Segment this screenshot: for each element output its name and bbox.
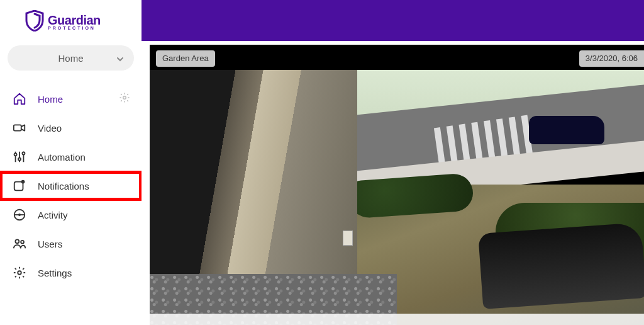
camera-header: Garden Area 3/3/2020, 6:06 (150, 45, 644, 70)
sidebar-item-label: Settings (38, 268, 72, 278)
sidebar-item-users[interactable]: Users (0, 229, 142, 258)
app-root: Guardian PROTECTION Home Home (0, 0, 644, 325)
home-icon (13, 92, 26, 106)
brand-subtitle: PROTECTION (48, 26, 101, 30)
brand-logo: Guardian PROTECTION (0, 6, 142, 45)
svg-point-14 (21, 241, 24, 244)
activity-icon (13, 208, 26, 222)
location-selector-label: Home (58, 53, 83, 64)
sidebar-item-label: Notifications (38, 181, 89, 191)
sidebar-item-home[interactable]: Home (0, 84, 142, 113)
svg-point-5 (14, 153, 17, 156)
notification-icon (13, 179, 26, 193)
sidebar-item-label: Activity (38, 210, 68, 220)
svg-point-6 (18, 158, 21, 161)
sidebar-item-label: Users (38, 239, 62, 249)
sidebar-item-automation[interactable]: Automation (0, 142, 142, 171)
svg-point-13 (15, 239, 19, 243)
shield-icon (25, 10, 44, 34)
sidebar: Guardian PROTECTION Home Home (0, 0, 142, 325)
chevron-down-icon (116, 54, 124, 66)
sliders-icon (13, 150, 26, 164)
camera-timestamp-chip: 3/3/2020, 6:06 (579, 50, 644, 67)
sidebar-item-activity[interactable]: Activity (0, 200, 142, 229)
brand-name: Guardian (48, 14, 101, 26)
sidebar-item-label: Home (38, 94, 63, 105)
svg-point-9 (21, 180, 25, 184)
svg-point-7 (22, 152, 25, 154)
camera-name-chip[interactable]: Garden Area (156, 50, 215, 67)
home-settings-button[interactable] (119, 92, 130, 106)
sidebar-item-label: Automation (38, 152, 86, 162)
top-bar (142, 0, 644, 41)
camera-viewer[interactable]: Garden Area 3/3/2020, 6:06 (150, 45, 644, 325)
main-area: Garden Area 3/3/2020, 6:06 (142, 0, 644, 325)
svg-point-15 (18, 271, 21, 275)
svg-point-0 (123, 96, 126, 100)
svg-rect-1 (14, 125, 21, 130)
location-selector[interactable]: Home (8, 45, 134, 71)
video-camera-icon (13, 121, 26, 135)
camera-feed-image (150, 70, 644, 325)
sidebar-item-settings[interactable]: Settings (0, 258, 142, 287)
sidebar-item-video[interactable]: Video (0, 113, 142, 142)
sidebar-item-notifications[interactable]: Notifications (0, 171, 142, 200)
bottom-fade (150, 314, 644, 325)
users-icon (13, 237, 26, 251)
svg-point-12 (18, 214, 21, 216)
sidebar-nav: Home Video (0, 84, 142, 287)
gear-icon (13, 266, 26, 280)
sidebar-item-label: Video (38, 123, 62, 134)
